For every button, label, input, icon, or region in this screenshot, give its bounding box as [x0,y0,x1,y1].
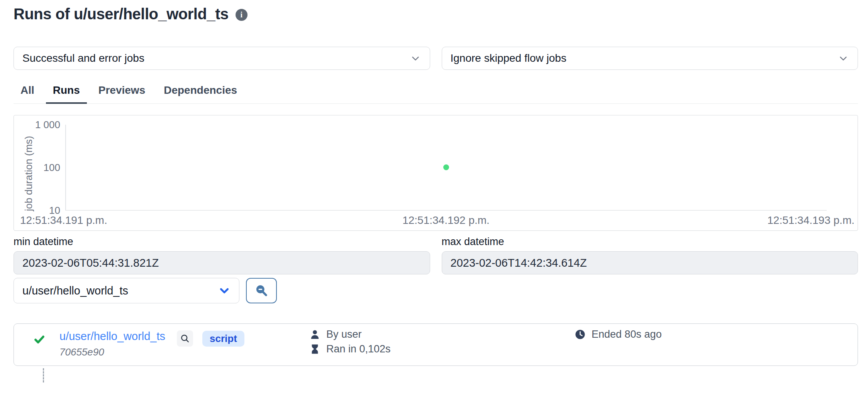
run-ended-text: Ended 80s ago [592,328,662,340]
run-job-id: 70655e90 [59,346,104,358]
chevron-down-icon [410,52,421,64]
search-minus-icon [254,283,269,298]
success-check-icon [33,333,46,345]
run-duration: Ran in 0,102s [309,343,391,355]
skipped-flow-select-value: Ignore skipped flow jobs [451,52,838,64]
run-data-point[interactable] [443,164,449,170]
job-status-select-value: Successful and error jobs [22,52,410,64]
x-tick-left: 12:51:34.191 p.m. [20,214,107,227]
person-icon [309,329,320,340]
y-tick-100: 100 [14,162,60,174]
tab-dependencies[interactable]: Dependencies [157,81,244,104]
tab-runs[interactable]: Runs [46,81,87,104]
run-kind-badge: script [202,331,244,347]
tab-all[interactable]: All [14,81,41,104]
page-title: Runs of u/user/hello_world_ts [14,5,229,23]
path-filter-row: u/user/hello_world_ts [14,278,277,303]
chevron-down-icon [218,284,231,297]
timeline-dash-indicator [43,368,44,382]
y-axis-line [65,125,66,211]
search-button[interactable] [246,278,277,303]
chevron-down-icon [837,52,849,64]
min-datetime-label: min datetime [14,236,430,248]
tab-bar: All Runs Previews Dependencies [14,81,858,104]
x-axis-line [65,210,827,211]
run-row[interactable]: u/user/hello_world_ts 70655e90 script By… [14,323,858,366]
y-axis-title: job duration (ms) [23,131,35,216]
datetime-filters: min datetime max datetime [14,236,858,274]
run-duration-text: Ran in 0,102s [326,343,391,355]
x-tick-right: 12:51:34.193 p.m. [767,214,854,227]
run-inspect-button[interactable] [177,330,193,347]
run-ended: Ended 80s ago [575,328,662,340]
min-datetime-input[interactable] [14,251,430,274]
y-tick-1000: 1 000 [14,119,60,131]
magnifier-icon [180,333,190,344]
info-icon[interactable]: i [236,9,248,21]
runs-duration-chart: job duration (ms) 1 000 100 10 12:51:34.… [14,115,858,231]
filters-row: Successful and error jobs Ignore skipped… [14,47,858,70]
clock-icon [575,329,586,340]
job-status-select[interactable]: Successful and error jobs [14,47,430,70]
skipped-flow-select[interactable]: Ignore skipped flow jobs [442,47,858,70]
run-triggered-by: By user [309,328,362,340]
run-path-link[interactable]: u/user/hello_world_ts [59,330,165,343]
script-path-select-value: u/user/hello_world_ts [22,284,218,297]
hourglass-icon [309,344,320,355]
title-row: Runs of u/user/hello_world_ts i [14,5,248,23]
x-tick-middle: 12:51:34.192 p.m. [402,214,490,227]
script-path-select[interactable]: u/user/hello_world_ts [14,278,239,303]
run-triggered-by-text: By user [326,328,362,340]
max-datetime-label: max datetime [442,236,858,248]
tab-previews[interactable]: Previews [92,81,152,104]
runs-page: Runs of u/user/hello_world_ts i Successf… [0,0,868,396]
max-datetime-input[interactable] [442,251,858,274]
